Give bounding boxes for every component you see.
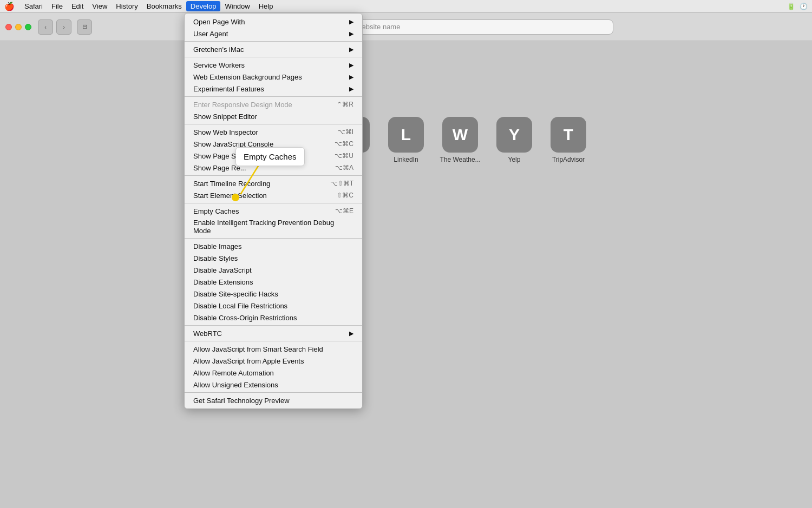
menu-item-disable-local[interactable]: Disable Local File Restrictions bbox=[185, 300, 362, 312]
fav-icon-theweathe: W bbox=[442, 117, 478, 153]
submenu-arrow-icon: ▶ bbox=[349, 46, 353, 53]
menubar-history[interactable]: History bbox=[112, 1, 142, 11]
menu-item-service-workers[interactable]: Service Workers▶ bbox=[185, 59, 362, 71]
menu-item-label: Allow Remote Automation bbox=[193, 369, 274, 377]
develop-menu[interactable]: Open Page With▶User Agent▶Gretchen's iMa… bbox=[184, 13, 363, 409]
menu-item-disable-ext[interactable]: Disable Extensions bbox=[185, 276, 362, 288]
menu-item-label: Experimental Features bbox=[193, 85, 264, 93]
menubar-edit[interactable]: Edit bbox=[67, 1, 88, 11]
menubar-file[interactable]: File bbox=[47, 1, 67, 11]
menubar-help[interactable]: Help bbox=[254, 1, 278, 11]
menu-separator bbox=[185, 341, 362, 341]
menu-shortcut: ⌃⌘R bbox=[337, 101, 353, 108]
favorite-item-tripadvisor[interactable]: TTripAdvisor bbox=[547, 117, 590, 163]
menu-item-label: Show Snippet Editor bbox=[193, 113, 257, 121]
menubar: 🍎 Safari File Edit View History Bookmark… bbox=[0, 0, 812, 13]
favorite-item-theweathe[interactable]: WThe Weathe... bbox=[438, 117, 482, 163]
maximize-button[interactable] bbox=[25, 24, 31, 30]
menu-separator bbox=[185, 203, 362, 203]
menu-shortcut: ⌥⇧⌘T bbox=[330, 180, 353, 187]
menu-separator bbox=[185, 175, 362, 176]
menubar-safari[interactable]: Safari bbox=[20, 1, 47, 11]
menu-separator bbox=[185, 96, 362, 97]
menu-shortcut: ⌥⌘U bbox=[335, 152, 353, 160]
fav-label: Yelp bbox=[508, 156, 521, 163]
menu-shortcut: ⌥⌘E bbox=[335, 207, 353, 215]
menu-item-start-timeline[interactable]: Start Timeline Recording⌥⇧⌘T bbox=[185, 177, 362, 189]
fav-label: The Weathe... bbox=[440, 156, 480, 163]
menu-item-web-extension-bg[interactable]: Web Extension Background Pages▶ bbox=[185, 71, 362, 83]
fav-icon-tripadvisor: T bbox=[551, 117, 586, 153]
back-button[interactable]: ‹ bbox=[38, 19, 53, 35]
menu-item-label: Empty Caches bbox=[193, 207, 239, 215]
menubar-bookmarks[interactable]: Bookmarks bbox=[142, 1, 186, 11]
main-content: WWikipediaFFacebookTTwitterLLinkedInWThe… bbox=[0, 41, 812, 508]
submenu-arrow-icon: ▶ bbox=[349, 330, 353, 337]
minimize-button[interactable] bbox=[15, 24, 22, 30]
menu-item-label: Allow JavaScript from Apple Events bbox=[193, 357, 304, 365]
submenu-arrow-icon: ▶ bbox=[349, 62, 353, 69]
menu-shortcut: ⌥⌘C bbox=[335, 140, 353, 148]
menu-item-label: Service Workers bbox=[193, 61, 245, 69]
clock-icon: 🕐 bbox=[800, 3, 808, 10]
menu-shortcut: ⌥⌘I bbox=[338, 128, 353, 136]
menu-item-label: Disable Local File Restrictions bbox=[193, 302, 287, 310]
menu-item-allow-unsigned[interactable]: Allow Unsigned Extensions bbox=[185, 379, 362, 391]
menubar-right: 🔋 🕐 bbox=[787, 3, 808, 10]
fav-icon-yelp: Y bbox=[496, 117, 532, 153]
close-button[interactable] bbox=[5, 24, 12, 30]
menu-item-start-element[interactable]: Start Element Selection⇧⌘C bbox=[185, 189, 362, 201]
menu-item-label: Web Extension Background Pages bbox=[193, 73, 302, 81]
menu-item-empty-caches[interactable]: Empty Caches⌥⌘E bbox=[185, 205, 362, 217]
menu-item-label: Gretchen's iMac bbox=[193, 45, 244, 54]
menu-item-enter-responsive: Enter Responsive Design Mode⌃⌘R bbox=[185, 98, 362, 110]
menu-item-label: Open Page With bbox=[193, 18, 245, 26]
menu-item-label: Disable Styles bbox=[193, 254, 238, 262]
menu-item-label: Get Safari Technology Preview bbox=[193, 397, 290, 405]
menu-separator bbox=[185, 325, 362, 326]
menu-item-experimental[interactable]: Experimental Features▶ bbox=[185, 83, 362, 95]
menu-item-allow-js-apple[interactable]: Allow JavaScript from Apple Events bbox=[185, 355, 362, 367]
menu-item-label: Disable JavaScript bbox=[193, 266, 252, 274]
menu-item-get-safari-preview[interactable]: Get Safari Technology Preview bbox=[185, 394, 362, 406]
menu-item-disable-js[interactable]: Disable JavaScript bbox=[185, 264, 362, 276]
submenu-arrow-icon: ▶ bbox=[349, 30, 353, 37]
menu-item-label: Enable Intelligent Tracking Prevention D… bbox=[193, 219, 353, 235]
toolbar: ‹ › ⊟ 🔍 Search or enter website name bbox=[0, 13, 812, 41]
empty-caches-callout: Empty Caches bbox=[235, 147, 305, 166]
menu-item-show-snippet[interactable]: Show Snippet Editor bbox=[185, 110, 362, 122]
menu-item-disable-cors[interactable]: Disable Cross-Origin Restrictions bbox=[185, 312, 362, 324]
menu-item-user-agent[interactable]: User Agent▶ bbox=[185, 28, 362, 39]
fav-icon-linkedin: L bbox=[388, 117, 424, 153]
menu-item-disable-images[interactable]: Disable Images bbox=[185, 240, 362, 252]
menu-item-allow-remote[interactable]: Allow Remote Automation bbox=[185, 367, 362, 379]
menubar-view[interactable]: View bbox=[88, 1, 112, 11]
menu-item-enable-tracking[interactable]: Enable Intelligent Tracking Prevention D… bbox=[185, 217, 362, 236]
menu-separator bbox=[185, 57, 362, 57]
menu-item-show-inspector[interactable]: Show Web Inspector⌥⌘I bbox=[185, 126, 362, 138]
menu-item-label: User Agent bbox=[193, 30, 228, 38]
favorite-item-yelp[interactable]: YYelp bbox=[493, 117, 536, 163]
menubar-window[interactable]: Window bbox=[220, 1, 254, 11]
menu-item-disable-site[interactable]: Disable Site-specific Hacks bbox=[185, 288, 362, 300]
favorite-item-linkedin[interactable]: LLinkedIn bbox=[384, 117, 428, 163]
menu-item-open-page-with[interactable]: Open Page With▶ bbox=[185, 16, 362, 28]
apple-menu[interactable]: 🍎 bbox=[4, 2, 15, 11]
forward-button[interactable]: › bbox=[56, 19, 71, 35]
menu-item-label: Allow JavaScript from Smart Search Field bbox=[193, 345, 323, 353]
submenu-arrow-icon: ▶ bbox=[349, 85, 353, 93]
menubar-develop[interactable]: Develop bbox=[186, 1, 221, 11]
submenu-arrow-icon: ▶ bbox=[349, 18, 353, 25]
menu-item-allow-js-smart[interactable]: Allow JavaScript from Smart Search Field bbox=[185, 343, 362, 355]
fav-label: LinkedIn bbox=[394, 156, 418, 163]
menu-item-webrtc[interactable]: WebRTC▶ bbox=[185, 327, 362, 339]
sidebar-toggle-button[interactable]: ⊟ bbox=[77, 19, 92, 35]
menu-shortcut: ⇧⌘C bbox=[337, 192, 353, 199]
menu-item-label: Allow Unsigned Extensions bbox=[193, 381, 278, 389]
battery-icon: 🔋 bbox=[787, 3, 795, 10]
callout-text: Empty Caches bbox=[244, 152, 297, 161]
menu-item-label: Disable Extensions bbox=[193, 278, 253, 286]
menu-item-gretchens-imac[interactable]: Gretchen's iMac▶ bbox=[185, 43, 362, 55]
menu-item-label: Show Web Inspector bbox=[193, 128, 258, 136]
menu-item-disable-styles[interactable]: Disable Styles bbox=[185, 252, 362, 264]
